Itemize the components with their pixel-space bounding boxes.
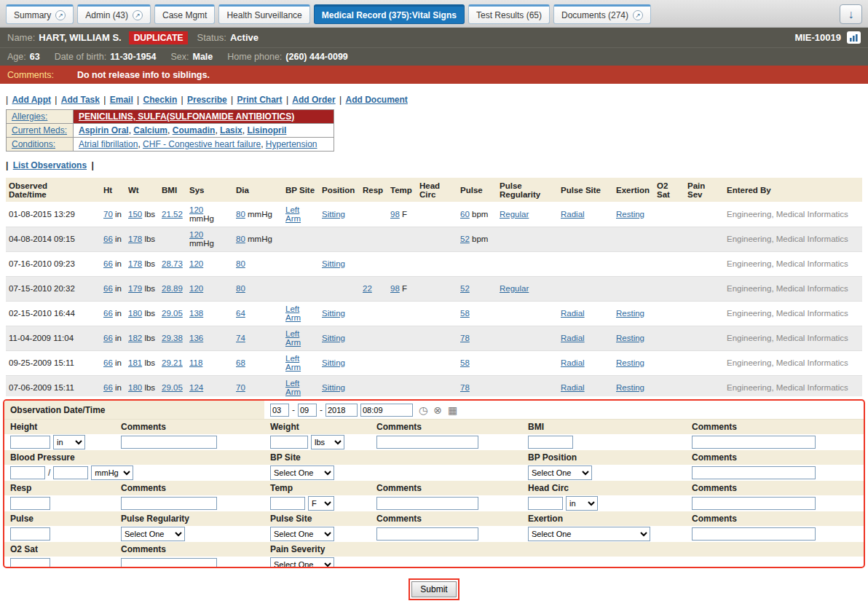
- obs-value-link[interactable]: 64: [236, 309, 245, 318]
- obs-value-link[interactable]: 118: [189, 358, 202, 367]
- bmi-input[interactable]: [528, 436, 573, 449]
- obs-value-link[interactable]: 21.52: [162, 210, 183, 219]
- obs-value-link[interactable]: 80: [236, 210, 245, 219]
- condition-hypertension[interactable]: Hypertension: [266, 139, 317, 149]
- med-coumadin[interactable]: Coumadin: [173, 125, 216, 135]
- action-add-document[interactable]: Add Document: [345, 95, 407, 105]
- tab-documents-274[interactable]: Documents (274)↗: [553, 4, 651, 24]
- temp-unit-select[interactable]: F: [308, 496, 334, 511]
- tab-case-mgmt[interactable]: Case Mgmt: [154, 4, 215, 24]
- obs-value-link[interactable]: 58: [460, 358, 470, 367]
- exertion-comments-input[interactable]: [692, 527, 816, 541]
- conditions-link[interactable]: Conditions:: [12, 139, 55, 149]
- obs-value-link[interactable]: 66: [103, 358, 113, 367]
- obs-value-link[interactable]: 80: [236, 259, 245, 268]
- weight-comments-input[interactable]: [376, 436, 478, 449]
- action-add-order[interactable]: Add Order: [292, 95, 335, 105]
- weight-input[interactable]: [270, 436, 308, 449]
- head-circ-input[interactable]: [528, 497, 563, 510]
- download-button[interactable]: ↓: [840, 4, 862, 24]
- obs-value-link[interactable]: 120: [189, 205, 203, 214]
- obs-value-link[interactable]: 120: [189, 259, 203, 268]
- temp-comments-input[interactable]: [376, 497, 478, 510]
- obs-value-link[interactable]: 28.73: [162, 259, 183, 268]
- height-comments-input[interactable]: [121, 436, 217, 449]
- bp-position-select[interactable]: Select One: [528, 465, 592, 480]
- obs-value-link[interactable]: Radial: [561, 334, 585, 342]
- pain-severity-select[interactable]: Select One: [270, 557, 334, 568]
- obs-value-link[interactable]: 66: [103, 284, 113, 293]
- time-input[interactable]: [360, 404, 413, 417]
- bp-diastolic-input[interactable]: [53, 466, 88, 479]
- obs-value-link[interactable]: 136: [189, 334, 203, 342]
- action-checkin[interactable]: Checkin: [143, 95, 178, 105]
- obs-value-link[interactable]: 74: [236, 334, 245, 342]
- obs-value-link[interactable]: Sitting: [322, 309, 345, 318]
- obs-value-link[interactable]: 22: [363, 284, 372, 293]
- obs-value-link[interactable]: 60: [460, 210, 470, 219]
- pulse-input[interactable]: [10, 527, 50, 541]
- obs-value-link[interactable]: 29.05: [162, 383, 183, 392]
- head-circ-comments-input[interactable]: [692, 497, 816, 510]
- obs-value-link[interactable]: Regular: [500, 284, 529, 293]
- pulse-comments-input[interactable]: [376, 527, 478, 541]
- obs-value-link[interactable]: 58: [460, 309, 470, 318]
- med-lisinopril[interactable]: Lisinopril: [247, 125, 286, 135]
- weight-unit-select[interactable]: lbs: [311, 435, 344, 449]
- obs-value-link[interactable]: 66: [103, 235, 113, 243]
- obs-value-link[interactable]: 120: [189, 230, 203, 239]
- obs-value-link[interactable]: Left Arm: [285, 329, 301, 347]
- obs-value-link[interactable]: Resting: [616, 334, 644, 342]
- obs-value-link[interactable]: 120: [189, 284, 203, 293]
- height-input[interactable]: [10, 436, 50, 449]
- o2-sat-input[interactable]: [10, 558, 50, 568]
- obs-value-link[interactable]: Left Arm: [285, 379, 301, 396]
- obs-value-link[interactable]: Resting: [616, 358, 644, 367]
- obs-value-link[interactable]: Radial: [561, 309, 585, 318]
- obs-value-link[interactable]: Regular: [500, 210, 529, 219]
- date-day-input[interactable]: [298, 404, 317, 417]
- action-email[interactable]: Email: [110, 95, 133, 105]
- obs-value-link[interactable]: Sitting: [322, 259, 345, 268]
- temp-input[interactable]: [270, 497, 305, 510]
- action-print-chart[interactable]: Print Chart: [237, 95, 283, 105]
- obs-value-link[interactable]: 78: [460, 383, 470, 392]
- tab-summary[interactable]: Summary↗: [6, 4, 74, 24]
- pulse-regularity-select[interactable]: Select One: [121, 527, 185, 541]
- obs-value-link[interactable]: 98: [390, 284, 400, 293]
- current-meds-link[interactable]: Current Meds:: [12, 125, 67, 135]
- obs-value-link[interactable]: 181: [128, 358, 142, 367]
- obs-value-link[interactable]: 182: [128, 334, 142, 342]
- tab-test-results-65[interactable]: Test Results (65): [468, 4, 550, 24]
- obs-value-link[interactable]: Radial: [561, 383, 585, 392]
- obs-value-link[interactable]: 78: [460, 334, 470, 342]
- obs-value-link[interactable]: 52: [460, 235, 470, 243]
- obs-value-link[interactable]: 124: [189, 383, 203, 392]
- condition-atrial-fibrillation[interactable]: Atrial fibrillation: [79, 139, 138, 149]
- obs-value-link[interactable]: Sitting: [322, 210, 345, 219]
- obs-value-link[interactable]: 66: [103, 259, 113, 268]
- action-add-task[interactable]: Add Task: [61, 95, 100, 105]
- obs-value-link[interactable]: 179: [128, 284, 142, 293]
- obs-value-link[interactable]: 150: [128, 210, 142, 219]
- calendar-icon[interactable]: ▦: [448, 405, 457, 415]
- bp-systolic-input[interactable]: [10, 466, 45, 479]
- obs-value-link[interactable]: 29.21: [162, 358, 183, 367]
- obs-value-link[interactable]: 28.89: [162, 284, 183, 293]
- obs-value-link[interactable]: Radial: [561, 358, 585, 367]
- condition-chf-congestive-heart-failure[interactable]: CHF - Congestive heart failure: [143, 139, 261, 149]
- tab-medical-record-375-vital-signs[interactable]: Medical Record (375):Vital Signs: [314, 4, 465, 24]
- obs-value-link[interactable]: 68: [236, 358, 245, 367]
- date-month-input[interactable]: [270, 404, 289, 417]
- resp-input[interactable]: [10, 497, 50, 510]
- obs-value-link[interactable]: 29.05: [162, 309, 183, 318]
- popout-icon[interactable]: ↗: [55, 10, 66, 20]
- submit-button[interactable]: Submit: [411, 581, 456, 597]
- obs-value-link[interactable]: 70: [236, 383, 245, 392]
- obs-value-link[interactable]: 80: [236, 235, 245, 243]
- obs-value-link[interactable]: 180: [128, 309, 142, 318]
- duplicate-badge[interactable]: DUPLICATE: [129, 31, 189, 44]
- obs-value-link[interactable]: 66: [103, 334, 113, 342]
- obs-value-link[interactable]: Radial: [561, 210, 585, 219]
- obs-value-link[interactable]: Sitting: [322, 334, 345, 342]
